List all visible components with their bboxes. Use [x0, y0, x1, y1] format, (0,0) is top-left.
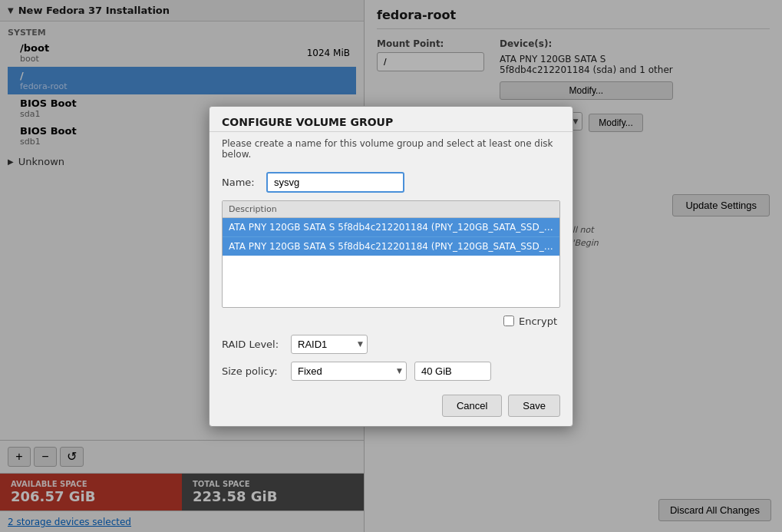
modal-overlay: CONFIGURE VOLUME GROUP Please create a n…	[0, 0, 782, 532]
disk-list-header: Description	[223, 201, 559, 218]
size-policy-label: Size policy:	[222, 365, 283, 377]
configure-volume-group-modal: CONFIGURE VOLUME GROUP Please create a n…	[209, 106, 573, 427]
modal-subtitle: Please create a name for this volume gro…	[210, 135, 572, 166]
disk-list: Description ATA PNY 120GB SATA S 5f8db4c…	[222, 200, 560, 308]
modal-body: Name: Description ATA PNY 120GB SATA S 5…	[210, 166, 572, 426]
modal-name-input[interactable]	[266, 172, 404, 193]
modal-title: CONFIGURE VOLUME GROUP	[210, 107, 572, 132]
encrypt-row: Encrypt	[222, 316, 560, 327]
main-container: ▼ New Fedora 37 Installation SYSTEM /boo…	[0, 0, 782, 532]
size-policy-row: Size policy: Fixed As large as possible …	[222, 362, 560, 381]
modal-buttons: Cancel Save	[222, 392, 560, 417]
raid-select-wrapper: RAID1 None RAID0 RAID4 RAID5 RAID6 RAID1…	[291, 335, 368, 354]
size-policy-select-wrapper: Fixed As large as possible Maximum	[291, 362, 407, 381]
modal-name-label: Name:	[222, 177, 259, 188]
disk-row-0[interactable]: ATA PNY 120GB SATA S 5f8db4c212201184 (P…	[223, 218, 559, 236]
save-button[interactable]: Save	[508, 395, 560, 417]
raid-level-select[interactable]: RAID1 None RAID0 RAID4 RAID5 RAID6 RAID1…	[291, 335, 368, 354]
encrypt-label: Encrypt	[519, 316, 557, 327]
size-value-input[interactable]	[414, 362, 491, 381]
modal-name-row: Name:	[222, 172, 560, 193]
size-policy-select[interactable]: Fixed As large as possible Maximum	[291, 362, 407, 381]
encrypt-checkbox[interactable]	[503, 316, 514, 326]
raid-level-label: RAID Level:	[222, 339, 283, 350]
raid-level-row: RAID Level: RAID1 None RAID0 RAID4 RAID5…	[222, 335, 560, 354]
disk-row-1[interactable]: ATA PNY 120GB SATA S 5f8db4c212201184 (P…	[223, 236, 559, 256]
cancel-button[interactable]: Cancel	[442, 395, 502, 417]
